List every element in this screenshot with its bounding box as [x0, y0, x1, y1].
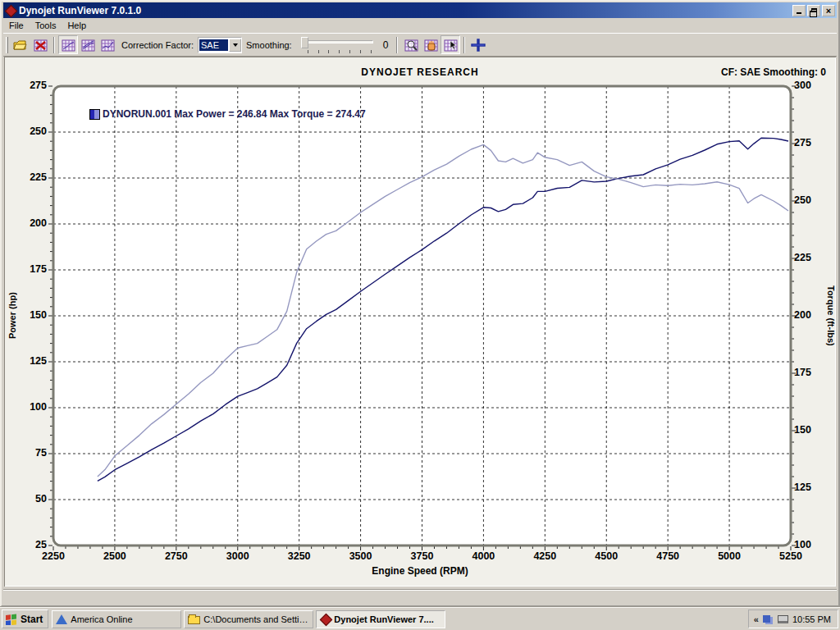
crosshair-icon — [471, 39, 486, 52]
graph-overlay-icon — [81, 39, 95, 52]
tick-label: 250 — [17, 126, 47, 137]
app-window: Dynojet RunViewer 7.0.1.0 × FileToolsHel… — [0, 0, 840, 607]
tick-label: 200 — [17, 217, 47, 229]
menu-file[interactable]: File — [3, 19, 30, 32]
taskbar-button-label: Dynojet RunViewer 7.... — [334, 614, 433, 624]
tick-label: 5250 — [766, 550, 815, 562]
taskbar-button-3[interactable]: Dynojet RunViewer 7.... — [316, 610, 445, 628]
tick-label: 4500 — [582, 550, 631, 562]
tick-label: 50 — [17, 493, 47, 504]
tick-label: 150 — [794, 424, 827, 436]
graph-view-icon — [62, 39, 75, 52]
tick-label: 175 — [794, 367, 827, 378]
toolbar-separator — [463, 37, 465, 53]
tick-label: 300 — [794, 80, 827, 91]
correction-factor-value: SAE — [199, 39, 228, 51]
x-axis-title: Engine Speed (RPM) — [4, 565, 836, 577]
legend: DYNORUN.001 Max Power = 246.84 Max Torqu… — [89, 108, 366, 120]
open-file-button[interactable] — [11, 35, 30, 54]
chart-area: DYNOJET RESEARCH CF: SAE Smoothing: 0 DY… — [4, 57, 836, 587]
tick-label: 225 — [17, 171, 47, 183]
tick-label: 275 — [17, 80, 47, 91]
tick-label: 3000 — [213, 550, 262, 562]
zoom-button[interactable] — [401, 35, 421, 54]
legend-label: DYNORUN.001 Max Power = 246.84 Max Torqu… — [103, 108, 366, 120]
tick-label: 3750 — [398, 550, 447, 562]
start-label: Start — [21, 614, 43, 625]
correction-factor-select[interactable]: SAE — [198, 37, 242, 53]
tray-chevron[interactable]: « — [754, 614, 759, 624]
tick-label: 100 — [794, 539, 827, 550]
menubar: FileToolsHelp — [3, 18, 837, 32]
task-buttons: America OnlineC:\Documents and Settin...… — [52, 610, 744, 628]
chart-cf-status: CF: SAE Smoothing: 0 — [721, 66, 826, 78]
close-run-icon — [34, 39, 48, 52]
taskbar: Start America OnlineC:\Documents and Set… — [0, 607, 840, 630]
open-file-icon — [13, 39, 28, 51]
tick-label: 3250 — [275, 550, 324, 562]
dropdown-button[interactable] — [229, 39, 241, 52]
slider-track — [301, 40, 373, 43]
start-button[interactable]: Start — [2, 609, 48, 628]
tick-label: 200 — [794, 309, 827, 321]
graph-compare-icon — [101, 39, 115, 52]
smoothing-label: Smoothing: — [246, 40, 292, 50]
system-tray: « 10:55 PM — [748, 609, 838, 628]
tick-label: 275 — [794, 137, 827, 148]
tick-label: 5000 — [705, 550, 754, 562]
tick-label: 2750 — [152, 550, 201, 562]
chart-title: DYNOJET RESEARCH — [4, 66, 836, 78]
pan-hand-button[interactable] — [421, 35, 441, 54]
status-strip — [3, 589, 837, 604]
graph-overlay-button[interactable] — [78, 35, 98, 54]
toolbar-separator — [396, 37, 398, 53]
slider-thumb[interactable] — [301, 37, 308, 48]
dynojet-app-icon — [5, 4, 18, 17]
crosshair-button[interactable] — [468, 35, 488, 54]
toolbar: Correction Factor: SAE Smoothing: 0 — [3, 33, 837, 57]
graph-compare-button[interactable] — [98, 35, 117, 54]
dynojet-icon — [320, 613, 333, 626]
close-icon: × — [826, 7, 831, 15]
tick-label: 150 — [17, 309, 47, 321]
tick-label: 225 — [794, 252, 827, 263]
toolbar-grip[interactable] — [6, 37, 8, 53]
tick-label: 25 — [17, 539, 47, 550]
titlebar: Dynojet RunViewer 7.0.1.0 × — [3, 2, 837, 18]
tray-display-icon[interactable] — [778, 615, 788, 623]
tick-label: 250 — [794, 194, 827, 206]
close-button[interactable]: × — [822, 5, 835, 16]
toolbar-separator — [53, 37, 55, 53]
dyno-plot-svg — [48, 81, 796, 550]
close-run-button[interactable] — [30, 35, 50, 54]
tick-label: 175 — [17, 263, 47, 275]
windows-logo-icon — [5, 613, 18, 625]
taskbar-button-label: America Online — [71, 614, 132, 624]
tick-label: 4000 — [459, 550, 508, 562]
pan-hand-icon — [424, 39, 438, 52]
graph-view-button[interactable] — [58, 35, 78, 54]
restore-button[interactable] — [807, 5, 820, 16]
menu-help[interactable]: Help — [62, 19, 92, 32]
tick-label: 3500 — [336, 550, 386, 562]
tray-network-icon[interactable] — [763, 615, 770, 623]
pointer-select-button[interactable] — [441, 35, 460, 54]
legend-swatch — [89, 109, 100, 120]
window-title: Dynojet RunViewer 7.0.1.0 — [19, 5, 791, 16]
taskbar-button-1[interactable]: America Online — [52, 610, 181, 628]
menu-tools[interactable]: Tools — [30, 19, 62, 32]
folder-icon — [188, 616, 200, 624]
taskbar-button-2[interactable]: C:\Documents and Settin... — [184, 610, 313, 628]
smoothing-slider[interactable] — [299, 36, 375, 54]
y-axis-title-power: Power (hp) — [6, 86, 18, 546]
tick-label: 100 — [17, 401, 47, 413]
tick-label: 125 — [794, 482, 827, 493]
plot[interactable] — [48, 81, 796, 550]
minimize-button[interactable] — [792, 5, 806, 16]
correction-factor-label: Correction Factor: — [121, 40, 194, 50]
tray-clock: 10:55 PM — [792, 614, 831, 624]
smoothing-value: 0 — [383, 39, 389, 51]
slider-ticks — [308, 50, 372, 53]
zoom-icon — [404, 39, 418, 52]
pointer-select-icon — [444, 39, 458, 52]
